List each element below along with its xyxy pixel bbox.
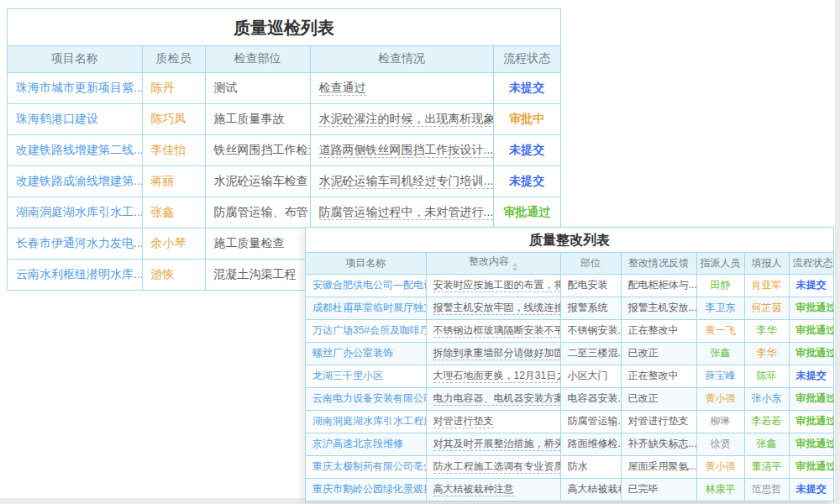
project-link[interactable]: 珠海鹤港口建设 [8, 103, 142, 134]
reporter-name: 何芷茵 [744, 297, 789, 319]
column-header-situation: 检查情况 [310, 46, 493, 72]
rectification-table-row: 安徽合肥供电公司—配电设备...安装时应按施工图的布置，将...配电安装配电柜柜… [306, 274, 833, 297]
reporter-name-text: 张小东 [752, 392, 782, 404]
assignee-name: 林康平 [696, 478, 744, 501]
project-link-text[interactable]: 湖南洞庭湖水库引水工程施工标 [312, 415, 426, 427]
inspection-situation: 检查通过 [310, 72, 493, 103]
column-header-part: 检查部位 [205, 46, 310, 72]
status-badge-text: 未提交 [796, 370, 827, 381]
project-link[interactable]: 珠海市城市更新项目紫... [8, 72, 142, 103]
rectification-feedback: 对管进行垫支 [621, 410, 696, 433]
rectification-part: 电容器安装... [560, 387, 621, 410]
project-link[interactable]: 长春市伊通河水力发电... [8, 228, 142, 259]
assignee-name-text: 田静 [711, 279, 731, 291]
column-header-content[interactable]: 整改内容 [426, 253, 560, 274]
project-link[interactable]: 京沪高速北京段维修 [306, 433, 426, 455]
project-link-text[interactable]: 云南水利枢纽潜明水库... [16, 267, 142, 281]
inspection-situation: 水泥砼灌注的时候，出现离析现象 [310, 103, 493, 134]
project-link[interactable]: 螺丝厂办公室装饰 [306, 342, 426, 365]
column-header-feedback: 整改情况反馈 [621, 253, 696, 274]
rectification-feedback-text: 补齐缺失标志... [628, 438, 697, 449]
rectification-table-panel: 质量整改列表 项目名称 整改内容 部位 整改情况反馈 指派人员 填报人 流程状态 [305, 227, 834, 501]
status-badge-text: 审批通过 [796, 392, 834, 404]
status-badge-text: 审批中 [509, 112, 544, 125]
column-header-label: 整改内容 [469, 255, 509, 267]
status-badge: 审批通过 [789, 433, 833, 455]
rectification-content: 报警主机安放牢固，线缆连接... [426, 297, 560, 319]
project-link-text[interactable]: 龙湖三千里小区 [312, 370, 383, 381]
project-link[interactable]: 湖南洞庭湖水库引水工程施工标 [306, 410, 426, 433]
project-link[interactable]: 成都杜甫草堂临时展厅独立展... [306, 297, 426, 319]
rectification-content: 高大桔被栽种注意 [426, 478, 560, 501]
project-link-text[interactable]: 京沪高速北京段维修 [312, 438, 403, 449]
rectification-content-text: 对其及时开展整治措施，桥头... [433, 438, 561, 451]
inspection-table-row: 珠海鹤港口建设陈巧凤施工质量事故水泥砼灌注的时候，出现离析现象审批中 [8, 103, 560, 134]
rectification-table-row: 重庆太极制药有限公司亳州中...防水工程施工选调有专业资质...防水屋面采用聚氨… [306, 455, 833, 478]
rectification-feedback: 已完毕 [621, 478, 696, 501]
project-link[interactable]: 重庆太极制药有限公司亳州中... [306, 455, 426, 478]
project-link-text[interactable]: 改建铁路成渝线增建第... [16, 174, 142, 187]
status-badge: 未提交 [493, 165, 560, 197]
rectification-feedback: 报警主机安放... [621, 297, 696, 319]
project-link[interactable]: 湖南洞庭湖水库引水工... [8, 197, 142, 228]
project-link-text[interactable]: 珠海鹤港口建设 [16, 112, 98, 125]
rectification-feedback-text: 对管进行垫支 [628, 415, 689, 427]
project-link-text[interactable]: 重庆市鹅岭公园绿化景观提升... [312, 483, 426, 495]
column-header-label: 流程状态 [503, 51, 550, 65]
inspector-name: 张鑫 [142, 197, 205, 228]
project-link-text[interactable]: 珠海市城市更新项目紫... [16, 81, 142, 94]
column-header-reporter: 填报人 [744, 253, 789, 274]
sort-icon[interactable] [512, 263, 517, 271]
assignee-name: 柳琳 [696, 410, 744, 433]
rectification-feedback: 正在整改中 [621, 319, 696, 342]
project-link-text[interactable]: 万达广场35#会所及咖啡厅空... [312, 324, 426, 336]
inspection-table-row: 湖南洞庭湖水库引水工...张鑫防腐管运输、布管防腐管运输过程中，未对管进行...… [8, 197, 560, 228]
rectification-table: 项目名称 整改内容 部位 整改情况反馈 指派人员 填报人 流程状态 安徽合肥供电… [306, 253, 833, 501]
inspector-name-text: 陈丹 [151, 81, 175, 94]
project-link[interactable]: 改建铁路线增建第二线... [8, 134, 142, 165]
project-link[interactable]: 改建铁路成渝线增建第... [8, 165, 142, 197]
status-badge: 未提交 [789, 274, 833, 297]
project-link-text[interactable]: 改建铁路线增建第二线... [16, 143, 142, 156]
rectification-feedback-text: 正在整改中 [628, 370, 679, 381]
status-badge-text: 审批通过 [796, 415, 834, 427]
project-link-text[interactable]: 湖南洞庭湖水库引水工... [16, 205, 142, 218]
assignee-name: 黄小强 [696, 455, 744, 478]
project-link-text[interactable]: 重庆太极制药有限公司亳州中... [312, 460, 426, 472]
inspection-situation: 道路两侧铁丝网围挡工作按设计... [310, 134, 493, 165]
project-link[interactable]: 云南水利枢纽潜明水库... [8, 259, 142, 290]
rectification-header-row: 项目名称 整改内容 部位 整改情况反馈 指派人员 填报人 流程状态 [306, 253, 833, 274]
status-badge-text: 未提交 [509, 81, 544, 94]
rectification-feedback-text: 已改正 [628, 347, 659, 359]
inspection-situation-text: 道路两侧铁丝网围挡工作按设计... [319, 143, 494, 158]
status-badge-text: 审批通过 [796, 302, 834, 313]
inspection-part: 混凝土沟渠工程 [205, 259, 310, 290]
inspector-name: 陈巧凤 [142, 103, 205, 134]
project-link[interactable]: 万达广场35#会所及咖啡厅空... [306, 319, 426, 342]
reporter-name-text: 李华 [757, 324, 777, 336]
rectification-part: 小区大门 [560, 365, 621, 387]
project-link-text[interactable]: 螺丝厂办公室装饰 [312, 347, 393, 359]
reporter-name: 李华 [744, 342, 789, 365]
reporter-name-text: 肖亚军 [752, 279, 782, 291]
status-badge-text: 未提交 [796, 279, 827, 291]
project-link[interactable]: 重庆市鹅岭公园绿化景观提升... [306, 478, 426, 501]
rectification-content-text: 对管进行垫支 [433, 415, 494, 428]
project-link-text[interactable]: 长春市伊通河水力发电... [16, 236, 142, 249]
rectification-part: 路面维修检... [560, 433, 621, 455]
project-link[interactable]: 云南电力设备安装有限公司20... [306, 387, 426, 410]
rectification-content: 对管进行垫支 [426, 410, 560, 433]
project-link-text[interactable]: 成都杜甫草堂临时展厅独立展... [312, 302, 426, 313]
inspector-name-text: 蒋丽 [151, 174, 175, 187]
project-link-text[interactable]: 云南电力设备安装有限公司20... [312, 392, 426, 404]
status-badge: 审批通过 [789, 297, 833, 319]
rectification-feedback: 补齐缺失标志... [621, 433, 696, 455]
status-badge: 审批通过 [789, 410, 833, 433]
assignee-name: 田静 [696, 274, 744, 297]
project-link-text[interactable]: 安徽合肥供电公司—配电设备... [312, 279, 426, 291]
project-link[interactable]: 安徽合肥供电公司—配电设备... [306, 274, 426, 297]
project-link[interactable]: 龙湖三千里小区 [306, 365, 426, 387]
rectification-table-row: 重庆市鹅岭公园绿化景观提升...高大桔被栽种注意高大桔被栽种已完毕林康平范思哲未… [306, 478, 833, 501]
column-header-label: 检查部位 [234, 51, 281, 65]
inspection-table-title: 质量巡检列表 [8, 9, 560, 46]
